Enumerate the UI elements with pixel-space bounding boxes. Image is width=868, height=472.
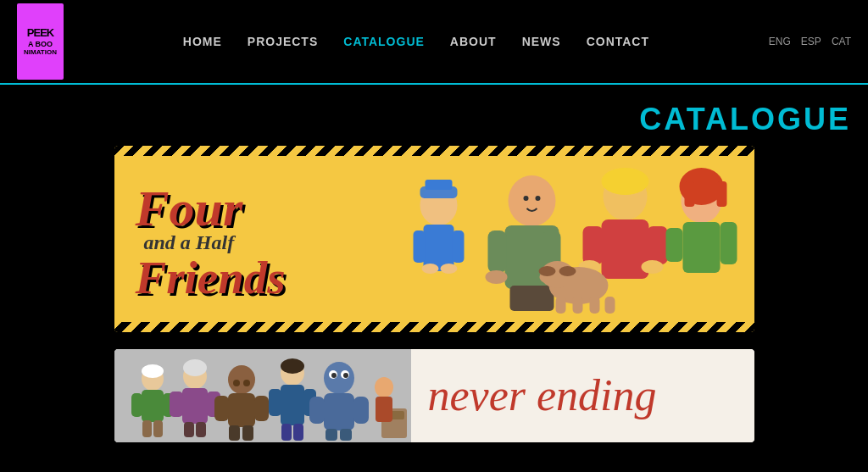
site-logo[interactable]: PEEK A BOO NIMATION	[17, 3, 64, 80]
svg-point-22	[641, 260, 663, 274]
svg-point-9	[508, 175, 555, 226]
svg-rect-68	[293, 424, 303, 441]
svg-point-62	[243, 380, 250, 386]
svg-rect-37	[604, 297, 615, 314]
svg-rect-71	[324, 393, 354, 430]
nav-catalogue[interactable]: CATALOGUE	[343, 35, 425, 48]
never-ending-title: never ending	[428, 374, 657, 418]
svg-rect-43	[131, 393, 142, 417]
main-nav: HOME PROJECTS CATALOGUE ABOUT NEWS CONTA…	[183, 35, 649, 48]
svg-point-38	[523, 196, 528, 201]
svg-rect-26	[716, 181, 726, 207]
svg-rect-15	[509, 286, 554, 311]
svg-point-70	[324, 362, 354, 394]
logo-line2: A BOO	[28, 40, 53, 49]
puppet-illustration	[114, 349, 411, 442]
catalogue-content: Four and a Half Friends	[0, 146, 868, 459]
svg-point-69	[281, 358, 304, 374]
logo-line1: PEEK	[27, 26, 53, 40]
lang-cat[interactable]: CAT	[832, 36, 851, 47]
svg-point-7	[421, 264, 438, 274]
page-title-bar: CATALOGUE	[0, 85, 868, 146]
card-never-ending[interactable]: never ending	[114, 349, 754, 442]
svg-rect-83	[376, 397, 392, 422]
svg-rect-58	[254, 396, 269, 421]
svg-rect-5	[413, 230, 425, 263]
title-and-a-half: and a Half	[136, 231, 318, 254]
svg-rect-42	[142, 390, 164, 422]
nav-news[interactable]: NEWS	[522, 35, 561, 48]
svg-rect-52	[184, 422, 194, 437]
svg-rect-18	[601, 219, 648, 279]
svg-rect-57	[214, 396, 229, 421]
svg-rect-36	[589, 297, 599, 314]
svg-rect-59	[229, 425, 240, 441]
svg-rect-67	[281, 424, 292, 441]
catalogue-item-never-ending[interactable]: never ending	[114, 349, 754, 442]
svg-rect-72	[309, 397, 325, 424]
nav-contact[interactable]: CONTACT	[587, 35, 649, 48]
svg-point-32	[538, 266, 555, 276]
svg-rect-19	[582, 226, 603, 264]
card-text-four-friends: Four and a Half Friends	[114, 146, 335, 332]
svg-rect-65	[269, 389, 281, 416]
title-four: Four	[136, 186, 318, 231]
svg-point-39	[535, 196, 540, 201]
svg-rect-27	[682, 222, 720, 273]
svg-rect-53	[196, 422, 206, 437]
svg-rect-28	[665, 228, 682, 262]
svg-point-79	[343, 373, 348, 378]
site-header: PEEK A BOO NIMATION HOME PROJECTS CATALO…	[0, 0, 868, 85]
svg-rect-73	[353, 397, 369, 424]
svg-rect-11	[487, 230, 506, 273]
svg-rect-50	[170, 391, 183, 417]
svg-rect-46	[153, 420, 163, 437]
nav-about[interactable]: ABOUT	[450, 35, 497, 48]
nav-home[interactable]: HOME	[183, 35, 222, 48]
characters-illustration	[335, 146, 754, 332]
language-switcher: ENG ESP CAT	[769, 36, 851, 47]
card-never-right-text: never ending	[411, 349, 754, 442]
svg-rect-34	[555, 297, 565, 314]
svg-rect-20	[647, 226, 667, 264]
svg-point-33	[559, 266, 576, 276]
card-four-friends[interactable]: Four and a Half Friends	[114, 146, 754, 332]
svg-rect-49	[182, 388, 208, 424]
lang-esp[interactable]: ESP	[801, 36, 821, 47]
svg-point-13	[485, 270, 507, 284]
svg-point-61	[233, 380, 240, 386]
svg-rect-64	[281, 385, 304, 425]
svg-rect-25	[684, 181, 694, 207]
svg-rect-75	[340, 429, 352, 441]
svg-rect-56	[228, 393, 255, 427]
card-never-left-image	[114, 349, 411, 442]
svg-point-54	[183, 359, 207, 376]
svg-rect-35	[572, 297, 582, 314]
svg-rect-45	[142, 420, 152, 437]
svg-point-8	[440, 264, 457, 274]
svg-point-17	[601, 168, 648, 195]
card-image-four-friends	[335, 146, 754, 332]
svg-rect-29	[720, 222, 737, 264]
svg-point-78	[331, 373, 337, 378]
svg-point-82	[375, 377, 393, 397]
lang-eng[interactable]: ENG	[769, 36, 791, 47]
svg-rect-3	[425, 180, 452, 190]
title-friends: Friends	[136, 254, 318, 301]
nav-projects[interactable]: PROJECTS	[248, 35, 318, 48]
svg-point-47	[142, 364, 164, 378]
page-title: CATALOGUE	[17, 102, 851, 137]
svg-point-55	[228, 365, 255, 394]
svg-rect-60	[242, 425, 253, 441]
svg-rect-74	[326, 429, 337, 441]
svg-rect-6	[452, 230, 464, 263]
logo-line3: NIMATION	[24, 48, 57, 57]
catalogue-item-four-friends[interactable]: Four and a Half Friends	[114, 146, 754, 332]
